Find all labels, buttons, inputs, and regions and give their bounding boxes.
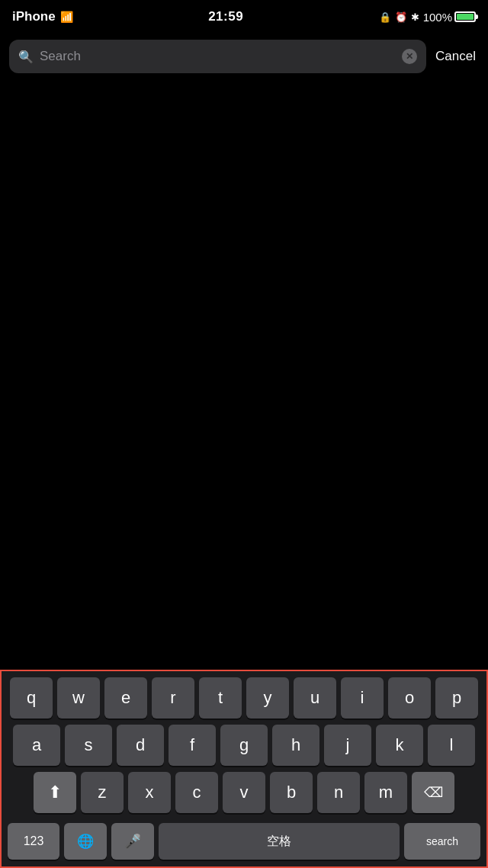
delete-key[interactable]: ⌫ bbox=[412, 772, 454, 813]
key-c[interactable]: c bbox=[175, 772, 218, 813]
key-m[interactable]: m bbox=[364, 772, 407, 813]
key-s[interactable]: s bbox=[65, 725, 112, 766]
globe-key[interactable]: 🌐 bbox=[64, 823, 107, 860]
keyboard: q w e r t y u i o p a s d f g h j k l ⬆ … bbox=[0, 670, 488, 868]
key-f[interactable]: f bbox=[169, 725, 216, 766]
search-placeholder: Search bbox=[40, 49, 396, 64]
key-a[interactable]: a bbox=[13, 725, 60, 766]
bluetooth-icon: ✱ bbox=[411, 11, 419, 23]
key-q[interactable]: q bbox=[10, 677, 53, 719]
keyboard-row-1: q w e r t y u i o p bbox=[5, 677, 483, 719]
key-i[interactable]: i bbox=[341, 677, 384, 719]
device-name: iPhone bbox=[12, 9, 56, 24]
keyboard-row-bottom: 123 🌐 🎤 空格 search bbox=[5, 819, 483, 863]
cancel-button[interactable]: Cancel bbox=[432, 49, 479, 64]
battery-icon bbox=[454, 11, 476, 22]
keyboard-row-2: a s d f g h j k l bbox=[5, 725, 483, 766]
key-l[interactable]: l bbox=[428, 725, 475, 766]
search-container: 🔍 Search ✕ Cancel bbox=[0, 34, 488, 79]
key-p[interactable]: p bbox=[435, 677, 478, 719]
alarm-icon: ⏰ bbox=[395, 11, 407, 23]
lock-icon: 🔒 bbox=[379, 11, 391, 23]
return-key[interactable]: search bbox=[404, 823, 480, 860]
key-y[interactable]: y bbox=[246, 677, 289, 719]
key-t[interactable]: t bbox=[199, 677, 242, 719]
key-u[interactable]: u bbox=[294, 677, 336, 719]
search-icon: 🔍 bbox=[18, 50, 34, 64]
keyboard-row-3: ⬆ z x c v b n m ⌫ bbox=[5, 772, 483, 813]
status-time: 21:59 bbox=[208, 9, 243, 24]
battery-fill bbox=[457, 14, 474, 20]
key-n[interactable]: n bbox=[317, 772, 360, 813]
key-h[interactable]: h bbox=[272, 725, 319, 766]
battery-container: 100% bbox=[423, 11, 476, 24]
key-o[interactable]: o bbox=[388, 677, 431, 719]
status-bar: iPhone 📶 21:59 🔒 ⏰ ✱ 100% bbox=[0, 0, 488, 34]
status-left: iPhone 📶 bbox=[12, 9, 73, 24]
microphone-key[interactable]: 🎤 bbox=[111, 823, 154, 860]
search-clear-button[interactable]: ✕ bbox=[402, 49, 417, 64]
clear-icon: ✕ bbox=[406, 51, 413, 62]
main-content bbox=[0, 79, 488, 616]
key-e[interactable]: e bbox=[104, 677, 147, 719]
search-bar[interactable]: 🔍 Search ✕ bbox=[9, 40, 426, 73]
space-key[interactable]: 空格 bbox=[159, 823, 400, 860]
key-k[interactable]: k bbox=[376, 725, 423, 766]
key-w[interactable]: w bbox=[57, 677, 100, 719]
shift-key[interactable]: ⬆ bbox=[34, 772, 76, 813]
key-x[interactable]: x bbox=[128, 772, 171, 813]
key-z[interactable]: z bbox=[81, 772, 124, 813]
key-b[interactable]: b bbox=[270, 772, 313, 813]
status-right: 🔒 ⏰ ✱ 100% bbox=[379, 11, 476, 24]
key-g[interactable]: g bbox=[220, 725, 268, 766]
wifi-icon: 📶 bbox=[60, 11, 73, 23]
numbers-key[interactable]: 123 bbox=[8, 823, 59, 860]
battery-percent: 100% bbox=[423, 11, 452, 24]
key-v[interactable]: v bbox=[223, 772, 265, 813]
key-d[interactable]: d bbox=[117, 725, 164, 766]
key-j[interactable]: j bbox=[324, 725, 371, 766]
key-r[interactable]: r bbox=[152, 677, 194, 719]
